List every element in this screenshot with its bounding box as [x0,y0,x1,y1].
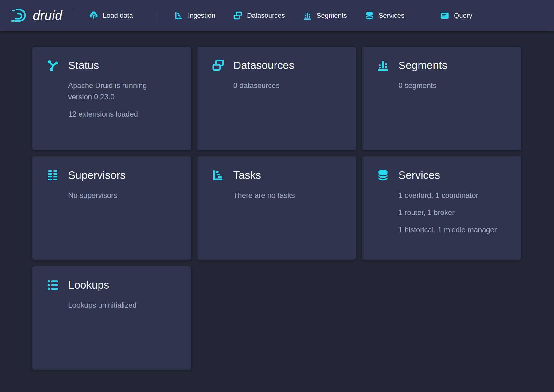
card-tasks[interactable]: Tasks There are no tasks [197,156,356,260]
bar-chart-icon [303,11,312,20]
card-body-line: Lookups uninitialized [68,299,171,311]
card-title: Lookups [68,279,109,291]
console-icon [440,11,449,20]
home-card-grid: Status Apache Druid is running version 0… [32,47,521,370]
card-datasources[interactable]: Datasources 0 datasources [197,47,356,150]
stacked-squares-icon [233,11,242,20]
card-segments[interactable]: Segments 0 segments [362,47,521,150]
card-body-line: 0 datasources [233,80,336,91]
card-body-line: 1 historical, 1 middle manager [398,224,501,235]
network-graph-icon [46,59,59,72]
nav-item-segments[interactable]: Segments [297,6,353,25]
stacked-squares-icon [212,59,224,72]
nav-divider [73,9,73,22]
card-lookups[interactable]: Lookups Lookups uninitialized [32,266,191,370]
nav-item-label: Ingestion [188,12,215,20]
nav-item-datasources[interactable]: Datasources [227,6,291,25]
nav-item-label: Datasources [247,12,285,20]
database-icon [365,11,374,20]
card-body-line: 0 segments [398,80,501,91]
druid-logo-icon [11,7,29,24]
card-title: Tasks [233,169,261,181]
nav-divider [423,9,423,22]
card-body-line: 1 overlord, 1 coordinator [398,190,501,201]
card-body-line: 1 router, 1 broker [398,207,501,218]
card-title: Segments [398,59,447,71]
list-columns-icon [46,169,59,182]
nav-divider [157,9,157,22]
card-body-line: 12 extensions loaded [68,108,171,120]
nav-item-label: Load data [103,12,133,20]
card-title: Datasources [233,59,295,71]
card-body-line: No supervisors [68,190,171,201]
card-title: Supervisors [68,169,126,181]
database-icon [376,169,389,182]
card-body-line: There are no tasks [233,190,336,201]
nav-item-ingestion[interactable]: Ingestion [168,6,221,25]
bar-chart-icon [376,59,389,72]
bullet-list-icon [46,279,59,291]
gantt-chart-icon [174,11,183,20]
nav-item-label: Query [454,12,472,20]
nav-item-load-data[interactable]: Load data [83,6,139,25]
gantt-chart-icon [212,169,224,182]
card-status[interactable]: Status Apache Druid is running version 0… [32,47,191,150]
logo-text: druid [33,8,62,23]
card-body-line: Apache Druid is running version 0.23.0 [68,80,171,102]
nav-item-query[interactable]: Query [434,6,478,25]
card-title: Status [68,59,99,71]
druid-logo[interactable]: druid [11,7,62,24]
nav-item-services[interactable]: Services [359,6,411,25]
card-services[interactable]: Services 1 overlord, 1 coordinator 1 rou… [362,156,521,260]
nav-item-label: Services [379,12,404,20]
nav-item-label: Segments [317,12,347,20]
upload-icon [89,11,98,20]
card-supervisors[interactable]: Supervisors No supervisors [32,156,191,260]
card-title: Services [398,169,440,181]
top-navbar: druid Load data Ingestion Datasources Se… [0,0,554,31]
